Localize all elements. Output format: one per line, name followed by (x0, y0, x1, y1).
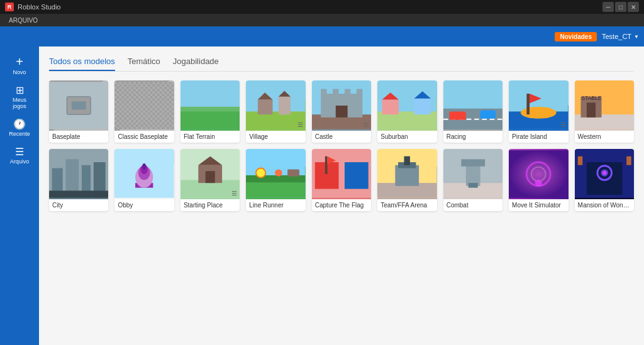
card-combat[interactable]: Combat (443, 149, 502, 211)
card-image-castle: ☰ (312, 80, 371, 131)
svg-rect-82 (468, 183, 477, 188)
svg-rect-88 (586, 162, 622, 195)
svg-rect-34 (480, 111, 496, 119)
sidebar-item-new-label: Novo (13, 69, 26, 75)
sidebar-item-archive-label: Arquivo (10, 158, 30, 165)
svg-text:STABLE: STABLE (581, 95, 601, 101)
maximize-button[interactable]: □ (615, 2, 626, 12)
card-castle[interactable]: ☰Castle (312, 80, 371, 143)
tab-thematic[interactable]: Temático (128, 54, 160, 71)
card-image-move-it-simulator (509, 149, 568, 199)
card-image-team-ffa-arena (377, 149, 436, 199)
tab-all[interactable]: Todos os modelos (49, 54, 115, 71)
app-title: Roblox Studio (18, 3, 61, 11)
username-label: Teste_CT (602, 33, 631, 40)
svg-rect-11 (246, 111, 305, 129)
sidebar-item-myjames-label: Meus jogos (5, 97, 34, 109)
clock-icon: 🕐 (13, 119, 26, 129)
card-image-western: STABLE (575, 80, 634, 131)
user-menu[interactable]: Teste_CT ▼ (602, 33, 639, 40)
card-mansion-of-wonder[interactable]: Mansion of Wonder (575, 149, 634, 211)
svg-rect-23 (336, 106, 348, 118)
sidebar-item-recent-label: Recente (9, 131, 30, 137)
svg-rect-67 (287, 169, 299, 176)
card-image-combat (443, 149, 502, 199)
card-classic-baseplate[interactable]: Classic Baseplate (114, 80, 174, 143)
svg-rect-43 (586, 102, 595, 118)
card-pirate-island[interactable]: ☰Pirate Island (509, 80, 568, 143)
svg-point-56 (143, 163, 147, 169)
card-menu-icon-pirate-island[interactable]: ☰ (560, 121, 566, 128)
svg-rect-93 (626, 156, 631, 165)
card-western[interactable]: STABLEWestern (575, 80, 634, 143)
svg-rect-63 (246, 180, 305, 197)
title-bar-left: R Roblox Studio (5, 3, 61, 11)
card-starting-place[interactable]: ☰Starting Place (180, 149, 240, 211)
arquivo-menu[interactable]: ARQUIVO (5, 16, 42, 25)
svg-point-66 (275, 169, 282, 176)
card-label-starting-place: Starting Place (180, 199, 240, 211)
card-line-runner[interactable]: Line Runner (246, 149, 305, 211)
tab-gameplay[interactable]: Jogabilidade (173, 54, 219, 71)
templates-grid: BaseplateClassic BaseplateFlat Terrain☰V… (49, 80, 634, 211)
sidebar-item-new[interactable]: + Novo (3, 52, 36, 79)
card-label-move-it-simulator: Move It Simulator (509, 199, 568, 211)
svg-rect-71 (325, 156, 328, 174)
card-suburban[interactable]: Suburban (377, 80, 436, 143)
minimize-button[interactable]: ─ (602, 2, 614, 12)
tabs-bar: Todos os modelos Temático Jogabilidade (49, 54, 634, 72)
menu-bar: ARQUIVO (0, 14, 644, 26)
card-label-flat-terrain: Flat Terrain (180, 131, 240, 143)
card-label-city: City (49, 199, 108, 211)
card-menu-icon-starting-place[interactable]: ☰ (231, 190, 237, 197)
card-label-village: Village (246, 131, 305, 143)
svg-rect-22 (357, 89, 362, 96)
svg-rect-28 (414, 99, 431, 114)
sidebar-item-recent[interactable]: 🕐 Recente (3, 116, 36, 141)
close-button[interactable]: ✕ (628, 2, 639, 12)
svg-rect-6 (114, 82, 174, 129)
card-village[interactable]: ☰Village (246, 80, 305, 143)
card-menu-icon-village[interactable]: ☰ (297, 121, 303, 128)
svg-rect-77 (404, 156, 410, 165)
svg-rect-21 (345, 89, 350, 96)
svg-rect-19 (321, 89, 326, 96)
svg-rect-9 (180, 107, 240, 112)
card-city[interactable]: City (49, 149, 108, 211)
card-label-classic-baseplate: Classic Baseplate (114, 131, 174, 143)
svg-rect-50 (49, 190, 108, 197)
svg-rect-33 (449, 111, 465, 119)
card-image-baseplate (49, 80, 108, 131)
svg-rect-81 (461, 159, 485, 166)
sidebar-item-myjames[interactable]: ⊞ Meus jogos (3, 82, 36, 113)
card-image-city (49, 149, 108, 199)
top-bar: Novidades Teste_CT ▼ (0, 26, 644, 47)
card-image-capture-the-flag (312, 149, 371, 199)
sidebar-item-archive[interactable]: ☰ Arquivo (3, 143, 36, 168)
card-flat-terrain[interactable]: Flat Terrain (180, 80, 240, 143)
card-label-racing: Racing (443, 131, 502, 143)
card-move-it-simulator[interactable]: Move It Simulator (509, 149, 568, 211)
svg-rect-14 (279, 97, 291, 114)
card-racing[interactable]: Racing (443, 80, 502, 143)
card-image-flat-terrain (180, 80, 240, 131)
card-label-western: Western (575, 131, 634, 143)
card-obby[interactable]: Obby (114, 149, 174, 211)
card-image-mansion-of-wonder (575, 149, 634, 199)
card-image-racing (443, 80, 502, 131)
card-baseplate[interactable]: Baseplate (49, 80, 108, 143)
card-label-mansion-of-wonder: Mansion of Wonder (575, 199, 634, 211)
content-area: Todos os modelos Temático Jogabilidade B… (39, 47, 644, 345)
card-label-obby: Obby (114, 199, 174, 211)
card-label-capture-the-flag: Capture The Flag (312, 199, 371, 211)
card-team-ffa-arena[interactable]: Team/FFA Arena (377, 149, 436, 211)
window-controls: ─ □ ✕ (602, 2, 639, 12)
card-capture-the-flag[interactable]: Capture The Flag (312, 149, 371, 211)
card-label-castle: Castle (312, 131, 371, 143)
novidades-badge[interactable]: Novidades (555, 32, 597, 41)
card-image-suburban (377, 80, 436, 131)
card-menu-icon-castle[interactable]: ☰ (363, 121, 369, 128)
card-label-suburban: Suburban (377, 131, 436, 143)
user-chevron-icon: ▼ (634, 34, 639, 40)
svg-rect-38 (526, 94, 530, 114)
